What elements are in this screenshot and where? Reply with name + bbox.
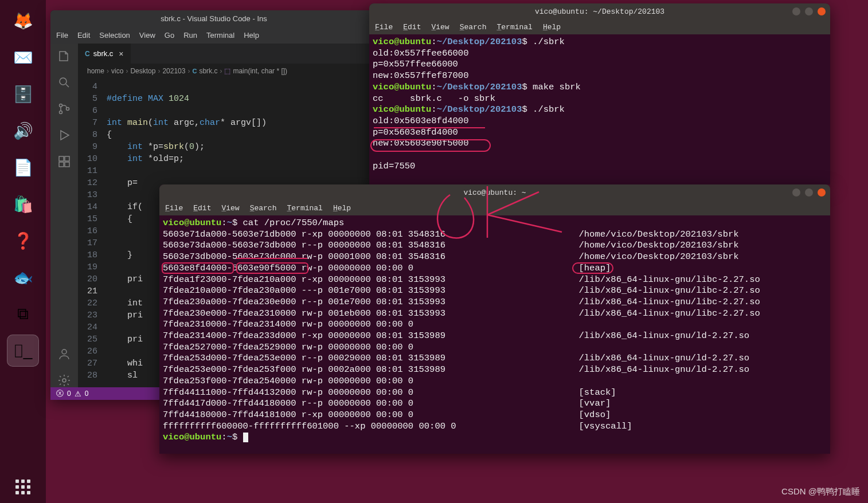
dock-bluefish[interactable]: 🐟 — [7, 261, 39, 293]
menu-edit[interactable]: Edit — [77, 31, 90, 40]
svg-rect-7 — [65, 156, 69, 161]
svg-rect-4 — [59, 156, 64, 161]
svg-rect-6 — [65, 162, 69, 167]
menu-terminal[interactable]: Terminal — [496, 23, 532, 32]
menu-file[interactable]: File — [375, 23, 393, 32]
menu-help[interactable]: Help — [333, 204, 351, 213]
terminal-menubar: FileEditViewSearchTerminalHelp — [369, 19, 830, 34]
minimize-icon[interactable] — [792, 188, 800, 197]
svg-point-3 — [67, 108, 69, 111]
vscode-title: sbrk.c - Visual Studio Code - Ins — [50, 10, 377, 26]
dock-files[interactable]: 🗄️ — [7, 78, 39, 110]
svg-point-0 — [60, 78, 67, 85]
dock-vscode[interactable]: ⧉ — [7, 298, 39, 330]
dock-firefox[interactable]: 🦊 — [7, 5, 39, 37]
menu-view[interactable]: View — [139, 31, 155, 40]
error-count: 0 — [67, 390, 71, 398]
svg-point-2 — [60, 111, 62, 114]
menu-search[interactable]: Search — [460, 23, 487, 32]
menu-help[interactable]: Help — [244, 31, 259, 40]
menu-help[interactable]: Help — [543, 23, 561, 32]
svg-rect-5 — [59, 162, 64, 167]
menu-file[interactable]: File — [56, 31, 68, 40]
c-file-icon: C — [85, 50, 90, 58]
menu-search[interactable]: Search — [250, 204, 277, 213]
terminal-title: vico@ubuntu: ~ — [159, 188, 830, 197]
menu-edit[interactable]: Edit — [193, 204, 211, 213]
ubuntu-dock: 🦊✉️🗄️🔊📄🛍️❓🐟⧉⌷_ — [0, 0, 46, 503]
dock-thunderbird[interactable]: ✉️ — [7, 41, 39, 73]
terminal-window-1: vico@ubuntu: ~/Desktop/202103 FileEditVi… — [369, 3, 830, 184]
menu-run[interactable]: Run — [183, 31, 197, 40]
dock-rhythmbox[interactable]: 🔊 — [7, 115, 39, 147]
debug-icon[interactable] — [57, 128, 71, 142]
breadcrumb-segment[interactable]: main(int, char * []) — [233, 67, 287, 75]
maximize-icon[interactable] — [805, 7, 813, 15]
tab-bar: C sbrk.c × — [78, 44, 377, 64]
maximize-icon[interactable] — [805, 188, 813, 197]
terminal-output[interactable]: vico@ubuntu:~$ cat /proc/7550/maps 5603e… — [159, 215, 830, 446]
dock-libreoffice-writer[interactable]: 📄 — [7, 151, 39, 183]
svg-point-9 — [62, 379, 66, 382]
dock-terminal[interactable]: ⌷_ — [7, 335, 39, 367]
breadcrumb-segment[interactable]: Desktop — [130, 67, 155, 75]
extensions-icon[interactable] — [57, 155, 71, 168]
close-icon[interactable]: × — [119, 49, 123, 58]
terminal-title: vico@ubuntu: ~/Desktop/202103 — [369, 7, 830, 16]
terminal-output[interactable]: vico@ubuntu:~/Desktop/202103$ ./sbrk old… — [369, 34, 830, 174]
menu-file[interactable]: File — [165, 204, 183, 213]
breadcrumbs[interactable]: home › vico › Desktop › 202103 › C sbrk.… — [78, 64, 377, 78]
activity-bar — [50, 44, 78, 387]
menu-terminal[interactable]: Terminal — [206, 31, 234, 40]
menu-edit[interactable]: Edit — [403, 23, 421, 32]
explorer-icon[interactable] — [57, 49, 71, 63]
source-control-icon[interactable] — [57, 102, 71, 116]
close-icon[interactable] — [818, 188, 826, 197]
watermark: CSDN @鸭鸭打瞌睡 — [781, 486, 860, 497]
tab-label: sbrk.c — [93, 49, 114, 58]
error-icon[interactable]: ⓧ — [56, 388, 64, 399]
settings-icon[interactable] — [57, 374, 71, 387]
search-icon[interactable] — [57, 76, 71, 89]
dock-help[interactable]: ❓ — [7, 225, 39, 257]
tab-sbrk-c[interactable]: C sbrk.c × — [78, 44, 131, 64]
warning-icon[interactable]: ⚠ — [75, 390, 81, 398]
vscode-menubar: FileEditSelectionViewGoRunTerminalHelp — [50, 26, 377, 44]
svg-point-8 — [62, 349, 67, 354]
menu-go[interactable]: Go — [165, 31, 174, 40]
menu-terminal[interactable]: Terminal — [287, 204, 322, 213]
dock-software[interactable]: 🛍️ — [7, 188, 39, 220]
svg-point-1 — [60, 104, 62, 107]
account-icon[interactable] — [57, 347, 71, 361]
terminal-menubar: FileEditViewSearchTerminalHelp — [159, 201, 830, 215]
close-icon[interactable] — [818, 7, 826, 15]
breadcrumb-segment[interactable]: sbrk.c — [199, 67, 217, 75]
app-grid-button[interactable] — [7, 471, 39, 503]
breadcrumb-segment[interactable]: home — [87, 67, 104, 75]
breadcrumb-segment[interactable]: 202103 — [162, 67, 185, 75]
menu-view[interactable]: View — [221, 204, 239, 213]
warning-count: 0 — [85, 390, 89, 398]
terminal-window-2: vico@ubuntu: ~ FileEditViewSearchTermina… — [159, 184, 830, 454]
menu-selection[interactable]: Selection — [99, 31, 130, 40]
breadcrumb-segment[interactable]: vico — [111, 67, 123, 75]
menu-view[interactable]: View — [431, 23, 449, 32]
minimize-icon[interactable] — [792, 7, 800, 15]
